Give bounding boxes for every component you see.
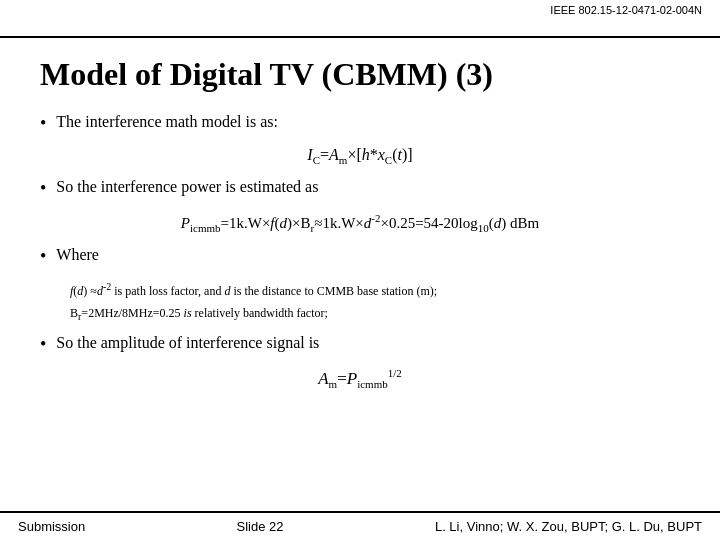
formula-text-2: Picmmb=1k.W×f(d)×Br≈1k.W×d-2×0.25=54-20l… [181, 215, 539, 231]
note-1: f(d) ≈d-2 is path loss factor, and d is … [70, 279, 680, 300]
formula-2: Picmmb=1k.W×f(d)×Br≈1k.W×d-2×0.25=54-20l… [40, 212, 680, 234]
bullet-text-2: So the interference power is estimated a… [56, 176, 318, 198]
footer-authors: L. Li, Vinno; W. X. Zou, BUPT; G. L. Du,… [435, 519, 702, 534]
bullet-dot-4: • [40, 332, 46, 357]
slide-title: Model of Digital TV (CBMM) (3) [0, 38, 720, 111]
bullet-dot-2: • [40, 176, 46, 201]
formula-text-3: Am=Picmmb1/2 [318, 369, 402, 388]
bullet-text-1: The interference math model is as: [56, 111, 278, 133]
bullet-4: • So the amplitude of interference signa… [40, 332, 680, 357]
bullet-1: • The interference math model is as: [40, 111, 680, 136]
bullet-3: • Where [40, 244, 680, 269]
doc-id: IEEE 802.15-12-0471-02-004N [0, 0, 720, 18]
formula-1: IC=Am×[h*xC(t)] [40, 146, 680, 166]
bullet-2: • So the interference power is estimated… [40, 176, 680, 201]
bullet-text-4: So the amplitude of interference signal … [56, 332, 319, 354]
bullet-dot-3: • [40, 244, 46, 269]
bullet-dot-1: • [40, 111, 46, 136]
footer-submission: Submission [18, 519, 85, 534]
bullet-text-3: Where [56, 244, 99, 266]
formula-3: Am=Picmmb1/2 [40, 367, 680, 390]
slide-footer: Submission Slide 22 L. Li, Vinno; W. X. … [0, 511, 720, 540]
slide: IEEE 802.15-12-0471-02-004N Model of Dig… [0, 0, 720, 540]
slide-content: • The interference math model is as: IC=… [0, 111, 720, 390]
formula-text-1: IC=Am×[h*xC(t)] [307, 146, 412, 163]
footer-slide-number: Slide 22 [237, 519, 284, 534]
note-2: Br=2MHz/8MHz=0.25 is relatively bandwidt… [70, 304, 680, 324]
